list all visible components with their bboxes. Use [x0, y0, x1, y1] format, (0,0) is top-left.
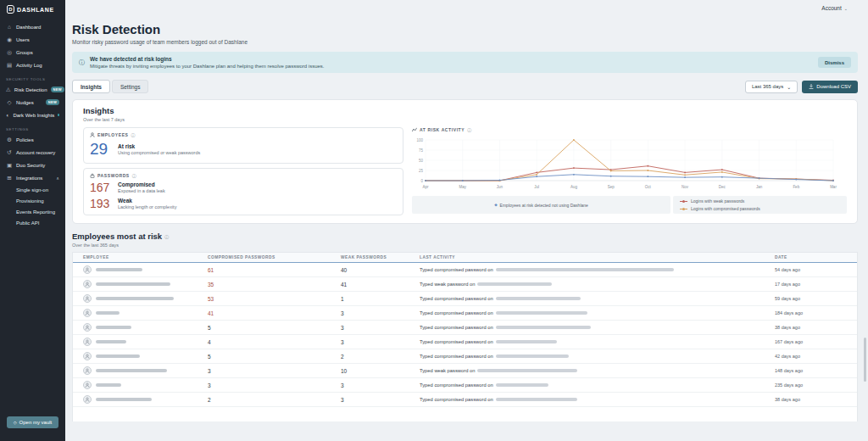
last-activity-text: Typed weak password on — [420, 282, 475, 287]
download-csv-button[interactable]: Download CSV — [802, 81, 858, 93]
last-activity-cell: Typed compromised password on — [420, 382, 775, 388]
last-activity-cell: Typed compromised password on — [420, 354, 775, 359]
table-row[interactable]: 35 41 Typed weak password on 17 days ago — [73, 277, 857, 292]
account-label: Account — [821, 5, 842, 11]
insights-card: Insights Over the last 7 days EMPLOYEES … — [72, 99, 858, 224]
sidebar-item-risk-detection[interactable]: ⚠ Risk Detection NEW — [0, 83, 65, 96]
employees-at-risk-stat: 29 At risk Using compromised or weak pas… — [90, 140, 397, 159]
toolbar-row: Insights Settings Last 365 days ⌄ Downlo… — [72, 80, 858, 93]
employees-at-risk-count: 29 — [90, 140, 112, 159]
dark-web-insights-icon: ◐ — [6, 112, 9, 118]
sidebar-item-groups[interactable]: ◎ Groups — [0, 46, 65, 59]
insights-body: EMPLOYEES ⓘ 29 At risk Using compromised… — [83, 127, 847, 215]
policies-icon: ⚙ — [6, 137, 13, 142]
compromised-passwords-stat: 167 Compromised Exposed in a data leak — [90, 181, 397, 194]
sidebar-item-users[interactable]: ◉ Users — [0, 33, 65, 46]
diamond-marker-icon: ◆ — [494, 203, 497, 207]
redacted-employee-name — [96, 369, 167, 372]
sidebar-item-account-recovery[interactable]: ↺ Account recovery — [0, 146, 65, 159]
open-my-vault-button[interactable]: ◇ Open my vault — [7, 416, 58, 428]
activity-chart-icon — [412, 127, 417, 132]
table-row[interactable]: 2 3 Typed compromised password on 38 day… — [73, 393, 857, 407]
chevron-down-icon: ⌄ — [844, 6, 848, 11]
sidebar-item-events-reporting[interactable]: Events Reporting — [0, 206, 65, 217]
banner-body: Mitigate threats by inviting employees t… — [90, 64, 324, 69]
sidebar-item-label: Integrations — [16, 176, 42, 181]
account-menu[interactable]: Account ⌄ — [821, 5, 848, 11]
info-icon[interactable]: ⓘ — [131, 132, 136, 137]
info-icon[interactable]: ⓘ — [467, 127, 472, 132]
info-icon[interactable]: ⓘ — [164, 234, 169, 239]
sidebar-item-public-api[interactable]: Public API — [0, 217, 65, 228]
page-subtitle: Monitor risky password usage of team mem… — [72, 39, 858, 45]
employee-cell — [83, 352, 208, 360]
risk-alert-banner: ⓘ We have detected at risk logins Mitiga… — [72, 52, 858, 73]
date-range-dropdown[interactable]: Last 365 days ⌄ — [745, 81, 798, 93]
redacted-employee-name — [96, 268, 142, 271]
sidebar-item-policies[interactable]: ⚙ Policies — [0, 133, 65, 146]
table-row[interactable]: 4 3 Typed compromised password on 167 da… — [73, 335, 857, 349]
sidebar-security-nav: ⚠ Risk Detection NEW ◇ Nudges NEW ◐ Dark… — [0, 83, 65, 121]
dismiss-button[interactable]: Dismiss — [818, 57, 851, 68]
date-range-label: Last 365 days — [752, 84, 783, 89]
sidebar-item-label: Nudges — [16, 100, 34, 105]
sidebar-item-label: Activity Log — [16, 63, 42, 68]
avatar — [83, 265, 92, 274]
table-row[interactable]: 41 3 Typed compromised password on 184 d… — [73, 306, 857, 321]
passwords-card-title: PASSWORDS — [97, 173, 130, 178]
sidebar-item-label: Dark Web Insights — [13, 113, 54, 118]
person-icon — [85, 339, 90, 344]
tab-bar: Insights Settings — [72, 80, 148, 93]
table-header-row: EMPLOYEE COMPROMISED PASSWORDS WEAK PASS… — [73, 253, 857, 263]
last-activity-cell: Typed compromised password on — [420, 397, 775, 402]
vertical-scrollbar[interactable] — [864, 338, 866, 382]
svg-text:0: 0 — [420, 179, 423, 183]
table-row[interactable]: 3 10 Typed weak password on 148 days ago — [73, 364, 857, 378]
sidebar-item-nudges[interactable]: ◇ Nudges NEW — [0, 96, 65, 109]
redacted-site — [496, 354, 569, 358]
sidebar-item-provisioning[interactable]: Provisioning — [0, 195, 65, 206]
tab-insights[interactable]: Insights — [72, 80, 110, 93]
avatar — [83, 366, 92, 375]
sidebar-item-duo-security[interactable]: ▣ Duo Security — [0, 159, 65, 171]
weak-passwords-stat: 193 Weak Lacking length or complexity — [90, 197, 397, 210]
table-row[interactable]: 5 3 Typed compromised password on 38 day… — [73, 321, 857, 335]
last-activity-text: Typed compromised password on — [420, 339, 493, 344]
last-activity-text: Typed compromised password on — [420, 325, 493, 330]
sidebar-item-activity-log[interactable]: ▤ Activity Log — [0, 59, 65, 71]
sidebar-item-dark-web-insights[interactable]: ◐ Dark Web Insights — [0, 109, 65, 121]
sidebar-item-single-sign-on[interactable]: Single sign-on — [0, 184, 65, 195]
employees-stat-card: EMPLOYEES ⓘ 29 At risk Using compromised… — [83, 127, 403, 164]
weak-passwords-count: 40 — [341, 267, 420, 273]
sidebar-item-label: Account recovery — [16, 150, 55, 155]
last-activity-text: Typed compromised password on — [420, 310, 493, 315]
table-row[interactable]: 61 40 Typed compromised password on 54 d… — [73, 263, 857, 277]
svg-text:Apr: Apr — [422, 185, 429, 189]
tab-settings[interactable]: Settings — [112, 80, 149, 93]
legend-label: Logins with compromised passwords — [691, 206, 760, 211]
weak-passwords-count: 3 — [341, 339, 420, 345]
sidebar-item-integrations[interactable]: ⊞ Integrations ∧ — [0, 171, 65, 184]
compromised-passwords-count: 2 — [208, 397, 341, 403]
employee-cell — [83, 323, 208, 332]
toolbar-controls: Last 365 days ⌄ Download CSV — [745, 81, 858, 93]
compromised-passwords-count: 35 — [208, 282, 341, 287]
activity-date: 235 days ago — [775, 382, 857, 388]
weak-passwords-count: 3 — [341, 310, 420, 316]
table-row[interactable]: 53 1 Typed compromised password on 59 da… — [73, 292, 857, 306]
info-icon[interactable]: ⓘ — [132, 173, 137, 178]
last-activity-cell: Typed compromised password on — [420, 325, 775, 330]
activity-date: 38 days ago — [775, 397, 857, 402]
table-row[interactable]: 3 3 Typed compromised password on 235 da… — [73, 378, 857, 393]
download-icon — [809, 84, 814, 89]
passwords-card-header: PASSWORDS ⓘ — [90, 173, 397, 178]
sidebar-item-label: Policies — [16, 137, 34, 142]
page-title: Risk Detection — [72, 22, 858, 36]
chart-title: AT RISK ACTIVITY — [420, 127, 465, 132]
redacted-employee-name — [96, 297, 174, 300]
weak-passwords-count: 2 — [341, 354, 420, 360]
compromised-passwords-count: 5 — [208, 354, 341, 360]
last-activity-cell: Typed compromised password on — [420, 339, 775, 344]
sidebar-item-dashboard[interactable]: ⌂ Dashboard — [0, 20, 65, 33]
table-row[interactable]: 5 2 Typed compromised password on 42 day… — [73, 349, 857, 364]
